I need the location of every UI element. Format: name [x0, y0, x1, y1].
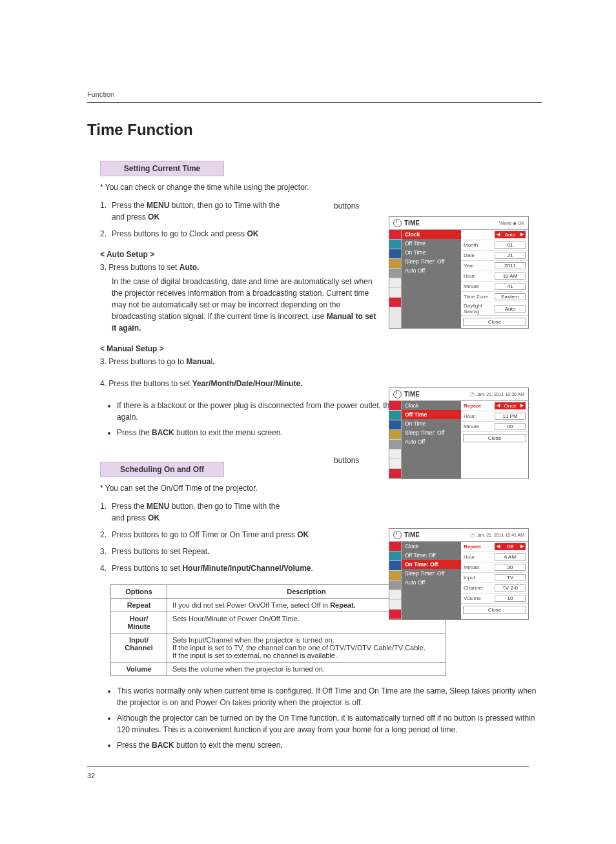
osd-menu-item[interactable]: Off Time [402, 410, 461, 419]
osd-field-value[interactable]: Once [495, 402, 526, 409]
osd-field-row[interactable]: Minute00 [461, 422, 528, 432]
options-header: Options [111, 585, 167, 599]
osd-field-row[interactable]: Hour6 AM [461, 552, 528, 562]
osd-menu-item[interactable]: Sleep Timer: Off [402, 569, 461, 578]
osd-field-label: Hour [464, 413, 495, 419]
osd-menu-item[interactable]: Auto Off [402, 578, 461, 587]
osd-hint: ꜛMove ◉ OK [498, 221, 524, 226]
osd-close-button[interactable]: Close [463, 606, 526, 614]
bullet: This works normally only when current ti… [117, 685, 542, 708]
osd-field-row[interactable]: Date21 [461, 251, 528, 261]
osd-field-row[interactable]: RepeatOff [461, 542, 528, 552]
osd-menu-item[interactable]: On Time: Off [402, 560, 461, 569]
osd-field-value[interactable]: TV [495, 574, 526, 581]
osd-menu-item[interactable]: Clock [402, 401, 461, 410]
header-rule [87, 102, 542, 103]
osd-field-row[interactable]: Minute30 [461, 562, 528, 573]
step-4: 4. Press the buttons to set Year/Month/D… [100, 378, 371, 389]
table-row-opt: Volume [111, 663, 167, 676]
osd-field-label: Time Zone [464, 294, 495, 300]
osd-field-row[interactable]: Daylight SavingAuto [461, 302, 528, 316]
table-row-opt: Input/Channel [111, 633, 167, 663]
osd-field-row[interactable]: Minute41 [461, 282, 528, 292]
osd-iconbar [389, 401, 402, 479]
clock-icon [393, 219, 402, 227]
osd-field-row[interactable]: Month01 [461, 240, 528, 251]
osd-menu-item[interactable]: Sleep Timer: Off [402, 428, 461, 437]
osd-field-value[interactable]: 01 [495, 242, 526, 249]
manual-setup-head: < Manual Setup > [100, 344, 542, 353]
auto-body: In the case of digital broadcasting, dat… [100, 276, 383, 334]
osd-pane[interactable]: AutoMonth01Date21Year2011Hour10 AMMinute… [461, 230, 528, 328]
osd-field-row[interactable]: Year2011 [461, 261, 528, 271]
osd-field-value[interactable]: Off [495, 543, 526, 550]
step-1: Press the MENU button, then go to Time w… [100, 500, 371, 524]
clock-icon [393, 531, 402, 539]
osd-iconbar [389, 542, 402, 619]
osd-menu-item[interactable]: Auto Off [402, 266, 461, 275]
osd-field-value[interactable]: 10 [495, 595, 526, 602]
note-text: * You can set the On/Off Time of the pro… [100, 484, 542, 493]
osd-field-row[interactable]: InputTV [461, 573, 528, 583]
osd-menu[interactable]: ClockOff Time: OffOn Time: OffSleep Time… [402, 542, 461, 619]
osd-field-value[interactable]: 10 AM [495, 273, 526, 280]
osd-field-row[interactable]: Time ZoneEastern [461, 292, 528, 302]
osd-field-label: Minute [464, 424, 495, 429]
section-heading-setting-current-time: Setting Current Time [100, 161, 224, 176]
osd-close-button[interactable]: Close [463, 434, 526, 442]
osd-field-row[interactable]: Auto [461, 230, 528, 240]
osd-field-value[interactable]: Auto [495, 231, 526, 238]
osd-field-value[interactable]: 11 PM [495, 413, 526, 420]
manual-step: 3. Press buttons to go to Manual. [100, 356, 371, 367]
osd-time-offtime: TIME 🕐 Jan. 21, 2011 10:30 AM ClockOff T… [389, 387, 529, 479]
step-3: Press buttons to set Repeat. [100, 546, 371, 557]
osd-field-value[interactable]: 30 [495, 564, 526, 571]
osd-menu-item[interactable]: Off Time [402, 239, 461, 248]
osd-menu-item[interactable]: On Time [402, 419, 461, 428]
osd-field-row[interactable]: RepeatOnce [461, 401, 528, 411]
osd-field-label: Minute [464, 283, 495, 289]
osd-field-row[interactable]: Hour10 AM [461, 271, 528, 282]
osd-field-value[interactable]: 41 [495, 283, 526, 290]
osd-field-value[interactable]: Eastern [495, 293, 526, 300]
osd-pane[interactable]: RepeatOnceHour11 PMMinute00Close [461, 401, 528, 479]
osd-menu-item[interactable]: Auto Off [402, 437, 461, 446]
osd-hint: 🕐 Jan. 21, 2011 10:41 AM [469, 533, 524, 538]
step-1: Press the MENU button, then go to Time w… [100, 200, 371, 223]
osd-field-row[interactable]: Hour11 PM [461, 411, 528, 422]
osd-field-value[interactable]: 00 [495, 423, 526, 430]
osd-field-value[interactable]: 6 AM [495, 553, 526, 561]
osd-field-label: Daylight Saving [464, 303, 495, 314]
osd-menu-item[interactable]: On Time [402, 248, 461, 257]
osd-field-value[interactable]: 21 [495, 252, 526, 259]
osd-close-button[interactable]: Close [463, 318, 526, 326]
osd-field-value[interactable]: TV 2-0 [495, 584, 526, 592]
osd-field-label: Hour [464, 273, 495, 279]
osd-pane[interactable]: RepeatOffHour6 AMMinute30InputTVChannelT… [461, 542, 528, 619]
osd-field-row[interactable]: Volume10 [461, 593, 528, 604]
osd-menu-item[interactable]: Off Time: Off [402, 551, 461, 560]
page-number: 32 [87, 772, 95, 779]
osd-menu-item[interactable]: Clock [402, 542, 461, 551]
osd-hint: 🕐 Jan. 21, 2011 10:30 AM [469, 392, 524, 397]
osd-field-label: Repeat [464, 544, 495, 550]
osd-field-value[interactable]: Auto [495, 305, 526, 313]
osd-time-clock: TIME ꜛMove ◉ OK ClockOff TimeOn TimeSlee… [389, 216, 529, 329]
step-2: Press buttons to go to Off Time or On Ti… [100, 529, 371, 540]
osd-menu-item[interactable]: Clock [402, 230, 461, 239]
osd-field-value[interactable]: 2011 [495, 262, 526, 269]
osd-field-label: Volume [464, 595, 495, 601]
osd-field-label: Input [464, 575, 495, 581]
auto-step: 3. Press buttons to set Auto. [100, 262, 371, 273]
table-row-desc: Sets the volume when the projector is tu… [167, 663, 446, 676]
header-section: Function [87, 90, 542, 98]
osd-menu[interactable]: ClockOff TimeOn TimeSleep Timer: OffAuto… [402, 401, 461, 479]
clock-icon [393, 390, 402, 398]
osd-time-ontime: TIME 🕐 Jan. 21, 2011 10:41 AM ClockOff T… [389, 528, 529, 620]
osd-field-label: Year [464, 263, 495, 269]
osd-field-label: Channel [464, 585, 495, 591]
osd-iconbar [389, 230, 402, 328]
osd-menu-item[interactable]: Sleep Timer: Off [402, 257, 461, 266]
osd-field-row[interactable]: ChannelTV 2-0 [461, 583, 528, 593]
osd-menu[interactable]: ClockOff TimeOn TimeSleep Timer: OffAuto… [402, 230, 461, 328]
